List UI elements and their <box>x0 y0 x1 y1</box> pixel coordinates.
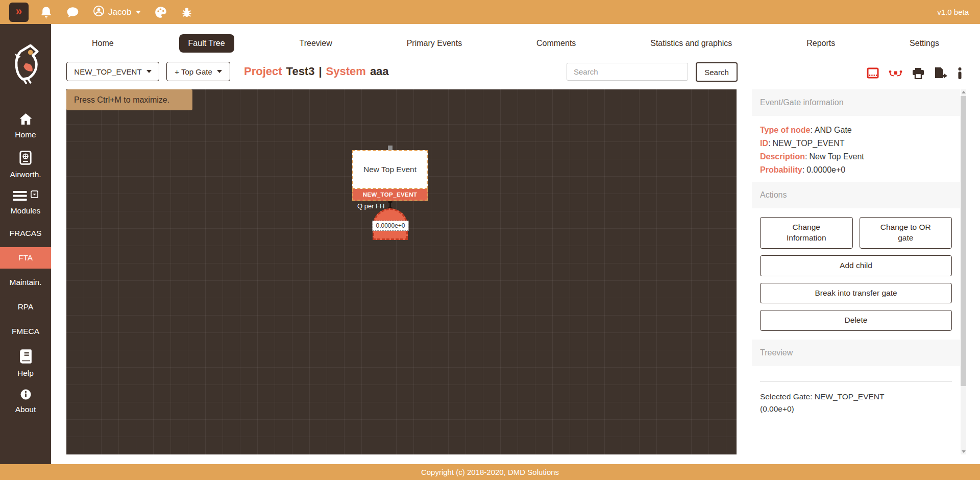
tab-comments[interactable]: Comments <box>527 34 585 53</box>
chat-icon[interactable] <box>66 6 80 19</box>
hamburger-icon <box>13 190 27 203</box>
scroll-down-arrow[interactable] <box>962 450 966 453</box>
app-logo-bird[interactable] <box>10 41 41 87</box>
selection-handle[interactable] <box>388 146 393 150</box>
tab-reports[interactable]: Reports <box>797 34 844 53</box>
info-circle-icon <box>20 389 31 402</box>
info-line-type: Type of node:AND Gate <box>760 124 952 137</box>
canvas-tool-icons <box>867 67 962 79</box>
system-name: aaa <box>370 65 389 78</box>
search-input[interactable] <box>567 63 688 81</box>
chevron-down-icon <box>146 70 152 73</box>
sidebar-item-label: FTA <box>18 253 33 262</box>
project-label: Project <box>244 65 282 78</box>
page-title: Project Test3 | System aaa <box>244 62 389 81</box>
treeview-block: Selected Gate: NEW_TOP_EVENT (0.00e+0) <box>752 381 960 415</box>
info-section-header: Event/Gate information <box>752 89 960 116</box>
gate-info-block: Type of node:AND Gate ID:NEW_TOP_EVENT D… <box>752 116 960 182</box>
sidebar-item-maintain[interactable]: Maintain. <box>0 272 51 293</box>
sidebar-item-help[interactable]: Help <box>0 345 51 382</box>
actions-block: Change Information Change to OR gate Add… <box>752 208 960 340</box>
sidebar-collapse-button[interactable]: » <box>9 3 29 22</box>
tab-treeview[interactable]: Treeview <box>290 34 341 53</box>
maximize-hint-tooltip: Press Ctrl+M to maximize. <box>66 89 192 110</box>
sidebar-item-home[interactable]: Home <box>0 109 51 143</box>
sidebar-item-label: Home <box>15 130 36 139</box>
home-icon <box>19 113 33 127</box>
sidebar-item-about[interactable]: About <box>0 385 51 418</box>
top-bar: » Jacob v1.0 beta <box>0 0 980 24</box>
export-icon[interactable] <box>934 67 948 79</box>
actions-section-header: Actions <box>752 182 960 208</box>
theme-palette-icon[interactable] <box>154 6 167 19</box>
info-line-id: ID:NEW_TOP_EVENT <box>760 137 952 150</box>
bug-report-icon[interactable] <box>181 6 193 18</box>
info-line-description: Description:New Top Event <box>760 150 952 163</box>
node-select-label: NEW_TOP_EVENT <box>74 67 141 76</box>
sidebar: Home Airworth. Modules FRACAS FTA <box>0 24 51 464</box>
sidebar-item-label: Airworth. <box>10 170 41 179</box>
sidebar-item-fracas[interactable]: FRACAS <box>0 223 51 244</box>
topbar-icon-group: Jacob <box>40 5 193 19</box>
sidebar-item-label: Modules <box>11 206 41 215</box>
sidebar-item-airworthiness[interactable]: Airworth. <box>0 147 51 183</box>
scroll-up-arrow[interactable] <box>962 91 966 93</box>
sidebar-item-modules[interactable]: Modules <box>0 186 51 220</box>
sidebar-item-fta[interactable]: FTA <box>0 247 51 269</box>
calculate-icon[interactable] <box>867 67 879 79</box>
notifications-bell-icon[interactable] <box>40 6 53 19</box>
q-per-fh-label: Q per FH <box>357 202 384 210</box>
modules-dropdown-icon[interactable] <box>31 190 38 200</box>
info-icon[interactable] <box>958 67 962 79</box>
sidebar-item-rpa[interactable]: RPA <box>0 296 51 318</box>
sidebar-item-label: Maintain. <box>10 278 42 287</box>
tab-settings[interactable]: Settings <box>900 34 948 53</box>
change-information-button[interactable]: Change Information <box>760 217 853 249</box>
info-line-probability: Probability:0.0000e+0 <box>760 163 952 177</box>
scrollbar-thumb[interactable] <box>961 96 966 386</box>
treeview-section-header: Treeview <box>752 340 960 366</box>
sidebar-item-label: FMECA <box>12 327 39 336</box>
search-button[interactable]: Search <box>696 62 738 82</box>
break-into-transfer-gate-button[interactable]: Break into transfer gate <box>760 283 952 304</box>
sidebar-item-label: Help <box>17 369 34 378</box>
sidebar-item-label: About <box>15 405 36 414</box>
add-child-button[interactable]: Add child <box>760 255 952 276</box>
user-name: Jacob <box>108 7 131 17</box>
fault-tree-canvas[interactable]: Press Ctrl+M to maximize. New Top Event … <box>66 89 737 454</box>
fault-tree-links-icon[interactable] <box>889 68 902 78</box>
panel-scrollbar[interactable] <box>961 89 966 454</box>
event-gate-panel: Event/Gate information Type of node:AND … <box>752 89 960 454</box>
chevron-down-icon <box>136 11 141 14</box>
node-title: New Top Event <box>352 150 428 189</box>
footer: Copyright (c) 2018-2020, DMD Solutions <box>0 464 980 480</box>
sidebar-item-label: RPA <box>18 302 34 311</box>
version-label: v1.0 beta <box>937 8 969 16</box>
sidebar-nav: Home Airworth. Modules FRACAS FTA <box>0 109 51 421</box>
tab-primary-events[interactable]: Primary Events <box>398 34 471 53</box>
node-select-dropdown[interactable]: NEW_TOP_EVENT <box>66 62 159 81</box>
passport-icon <box>19 151 32 167</box>
tab-home[interactable]: Home <box>83 34 123 53</box>
title-separator: | <box>318 65 322 78</box>
gate-probability-label: 0.0000e+0 <box>372 221 408 231</box>
sidebar-item-fmeca[interactable]: FMECA <box>0 321 51 342</box>
print-icon[interactable] <box>912 67 924 79</box>
user-menu[interactable]: Jacob <box>93 5 141 19</box>
add-top-gate-dropdown[interactable]: + Top Gate <box>166 62 230 81</box>
system-label: System <box>326 65 366 78</box>
tab-fault-tree[interactable]: Fault Tree <box>179 34 234 53</box>
selected-gate-text: Selected Gate: NEW_TOP_EVENT (0.00e+0) <box>760 391 889 415</box>
top-event-node[interactable]: New Top Event NEW_TOP_EVENT <box>352 150 428 201</box>
delete-button[interactable]: Delete <box>760 310 952 331</box>
user-avatar-icon <box>93 5 105 19</box>
project-name: Test3 <box>286 65 315 78</box>
node-id-badge: NEW_TOP_EVENT <box>352 189 428 201</box>
double-chevron-icon: » <box>16 5 22 18</box>
sidebar-item-label: FRACAS <box>10 229 42 238</box>
change-to-or-gate-button[interactable]: Change to OR gate <box>860 217 952 249</box>
book-icon <box>19 349 32 366</box>
main-content: Home Fault Tree Treeview Primary Events … <box>51 24 980 464</box>
tab-statistics-and-graphics[interactable]: Statistics and graphics <box>641 34 741 53</box>
copyright-text: Copyright (c) 2018-2020, DMD Solutions <box>421 468 559 476</box>
